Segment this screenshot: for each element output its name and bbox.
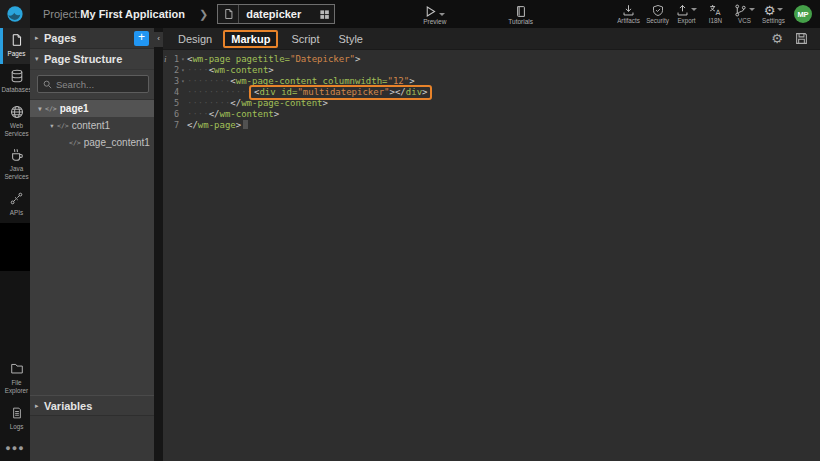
chevron-down-icon — [439, 13, 445, 16]
fold-spacer — [179, 98, 187, 109]
tool-label: I18N — [709, 18, 722, 24]
code-line-6[interactable]: 6····</wm-content> — [163, 109, 820, 120]
code-icon: </> — [45, 105, 57, 113]
tab-style[interactable]: Style — [339, 33, 363, 45]
sidebar-item-logs[interactable]: Logs — [0, 401, 30, 437]
tab-markup[interactable]: Markup — [223, 30, 278, 48]
tree-item-content1[interactable]: ▾</>content1 — [30, 117, 154, 134]
save-icon[interactable] — [795, 32, 808, 45]
sidebar-item-pages[interactable]: Pages — [0, 28, 30, 64]
sidebar-item-databases[interactable]: Databases — [0, 64, 30, 100]
line-number: 5 — [163, 98, 179, 109]
chevron-down-icon[interactable]: ▾ — [35, 105, 45, 113]
svg-text:A: A — [715, 8, 720, 17]
tree-item-page1[interactable]: ▾</>page1 — [30, 100, 154, 117]
sidebar-item-label: Databases — [1, 86, 31, 94]
code-icon: </> — [57, 122, 69, 130]
sidebar-item-java-services[interactable]: Java Services — [0, 143, 30, 187]
code-text: ····<wm-content> — [187, 65, 274, 76]
more-icon[interactable]: ●●● — [0, 437, 30, 461]
wavemaker-logo[interactable] — [0, 0, 30, 28]
tool-label: Settings — [762, 18, 785, 24]
line-number: 3 — [163, 76, 179, 87]
tutorials-label: Tutorials — [508, 19, 533, 26]
page-structure-header[interactable]: ▾ Page Structure — [30, 49, 154, 70]
tab-script[interactable]: Script — [291, 33, 319, 45]
markup-settings-gear-icon[interactable]: ⚙ — [771, 32, 783, 45]
editor-toolbar: ⚙ — [771, 32, 820, 45]
tutorials-button[interactable]: Tutorials — [508, 0, 533, 28]
fold-arrow-icon[interactable]: ▾ — [179, 76, 187, 87]
user-avatar[interactable]: MP — [794, 5, 812, 23]
fold-spacer — [179, 87, 187, 98]
top-bar: Project:My First Application ❯ datepicke… — [0, 0, 820, 28]
line-number: 4 — [163, 87, 179, 98]
code-icon: </> — [69, 139, 81, 147]
web-services-icon — [10, 105, 24, 120]
grid-icon[interactable] — [314, 9, 334, 20]
sidebar-item-web-services[interactable]: Web Services — [0, 100, 30, 144]
search-box[interactable] — [37, 75, 149, 93]
play-icon — [424, 5, 437, 18]
code-text: ····</wm-content> — [187, 109, 279, 120]
topbar-tool-settings[interactable]: ⚙Settings — [759, 0, 788, 28]
fold-spacer — [179, 120, 187, 131]
chevron-down-icon — [691, 8, 697, 11]
code-line-1[interactable]: i1▾<wm-page pagetitle="Datepicker"> — [163, 54, 820, 65]
tree-item-page-content1[interactable]: </>page_content1 — [30, 134, 154, 151]
editor-area: DesignMarkupScriptStyle ⚙ i1▾<wm-page pa… — [163, 28, 820, 461]
sidebar-item-file-explorer[interactable]: File Explorer — [0, 357, 30, 401]
page-tab-datepicker[interactable]: datepicker — [217, 4, 335, 24]
settings-icon: ⚙ — [764, 3, 784, 17]
sidebar-item-label: Logs — [10, 423, 24, 431]
pages-panel-title: Pages — [44, 32, 76, 44]
page-file-icon — [218, 5, 239, 23]
add-page-button[interactable]: + — [134, 31, 149, 46]
code-editor[interactable]: i1▾<wm-page pagetitle="Datepicker">2▾···… — [163, 50, 820, 461]
chevron-down-icon — [777, 8, 783, 11]
code-line-4[interactable]: 4············<div id="multidatepicker"><… — [163, 87, 820, 98]
topbar-tool-vcs[interactable]: VCS — [730, 0, 759, 28]
fold-arrow-icon[interactable]: ▾ — [179, 54, 187, 65]
collapse-panel-button[interactable]: ‹ — [154, 32, 163, 47]
tool-label: Artifacts — [617, 18, 640, 24]
topbar-tool-export[interactable]: Export — [672, 0, 701, 28]
code-line-7[interactable]: 7</wm-page> — [163, 120, 820, 131]
tab-design[interactable]: Design — [178, 33, 212, 45]
sidebar-item-label: Java Services — [3, 165, 30, 181]
fold-arrow-icon[interactable]: ▾ — [179, 65, 187, 76]
search-input[interactable] — [56, 79, 136, 90]
panel-spacer — [30, 151, 154, 395]
line-number: 2 — [163, 65, 179, 76]
preview-button[interactable]: Preview — [423, 0, 446, 28]
preview-label: Preview — [423, 19, 446, 26]
project-name: Project:My First Application — [43, 8, 185, 20]
java-services-icon — [10, 148, 24, 163]
code-line-2[interactable]: 2▾····<wm-content> — [163, 65, 820, 76]
left-icon-rail: PagesDatabasesWeb ServicesJava ServicesA… — [0, 28, 30, 461]
text-cursor — [243, 120, 248, 129]
tool-label: VCS — [738, 18, 751, 24]
logs-icon — [11, 406, 23, 421]
sidebar-item-label: Web Services — [3, 122, 30, 138]
rail-bottom-items: File ExplorerLogs — [0, 357, 30, 437]
fold-spacer — [179, 109, 187, 120]
export-icon — [676, 3, 697, 17]
topbar-tool-i18n[interactable]: AI18N — [701, 0, 730, 28]
chevron-down-icon[interactable]: ▾ — [47, 122, 57, 130]
code-line-5[interactable]: 5········</wm-page-content> — [163, 98, 820, 109]
topbar-tools: ArtifactsSecurityExportAI18NVCS⚙Settings — [614, 0, 788, 28]
tree-item-label: page1 — [60, 103, 89, 114]
project-label: Project: — [43, 8, 80, 20]
topbar-tool-security[interactable]: Security — [643, 0, 672, 28]
search-area — [30, 70, 154, 100]
variables-header[interactable]: ▸ Variables — [30, 395, 154, 415]
wavemaker-logo-icon — [6, 5, 24, 23]
chevron-right-icon[interactable]: ▸ — [35, 34, 44, 42]
page-structure-tree: ▾</>page1▾</>content1</>page_content1 — [30, 100, 154, 151]
topbar-tool-artifacts[interactable]: Artifacts — [614, 0, 643, 28]
panel-bottom-filler — [30, 415, 154, 461]
sidebar-item-apis[interactable]: APIs — [0, 187, 30, 223]
line-number: 7 — [163, 120, 179, 131]
pages-icon — [10, 33, 23, 48]
